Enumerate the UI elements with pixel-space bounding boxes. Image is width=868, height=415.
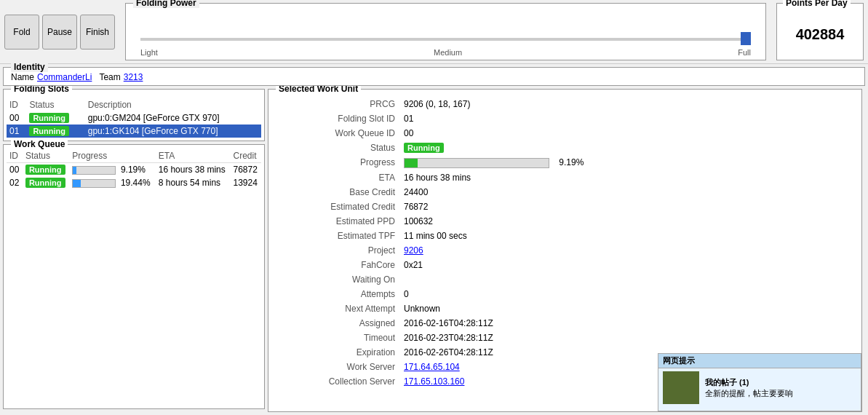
notification-popup: 网页提示 我的帖子 (1) 全新的提醒，帖主要要响: [658, 353, 861, 411]
field-value-next-attempt: Unknown: [399, 301, 861, 316]
work-unit-box: Selected Work Unit PRCG 9206 (0, 18, 167…: [268, 89, 862, 412]
field-value-assigned: 2016-02-16T04:28:11Z: [399, 316, 861, 331]
notification-item-subtitle: 全新的提醒，帖主要要响: [705, 388, 793, 399]
queue-credit: 76872: [230, 163, 261, 177]
notification-text: 我的帖子 (1) 全新的提醒，帖主要要响: [705, 377, 793, 399]
main-area: Folding Slots ID Status Description 00 R…: [0, 86, 868, 415]
table-row[interactable]: 01 Running gpu:1:GK104 [GeForce GTX 770]: [7, 125, 261, 138]
folding-power-box: Folding Power Light Medium Full: [125, 3, 766, 60]
field-value-eta: 16 hours 38 mins: [399, 170, 861, 185]
table-row: Estimated TPF 11 mins 00 secs: [268, 229, 861, 243]
finish-button[interactable]: Finish: [80, 15, 115, 50]
table-row[interactable]: 00 Running gpu:0:GM204 [GeForce GTX 970]: [7, 111, 261, 125]
field-value-project: 9206: [399, 243, 861, 258]
field-label-project: Project: [268, 243, 399, 258]
notification-content: 我的帖子 (1) 全新的提醒，帖主要要响: [658, 368, 861, 407]
left-panel: Folding Slots ID Status Description 00 R…: [3, 89, 265, 412]
queue-id: 00: [7, 163, 23, 177]
table-row: FahCore 0x21: [268, 258, 861, 272]
field-value-folding-slot-id: 01: [399, 111, 861, 126]
slider-thumb[interactable]: [741, 32, 751, 45]
field-label-estimated-ppd: Estimated PPD: [268, 214, 399, 229]
queue-col-id: ID: [7, 149, 23, 163]
points-per-day-box: Points Per Day 402884: [776, 3, 864, 60]
table-row[interactable]: 00 Running 9.19% 16 hours 38 mins 76872: [7, 163, 261, 177]
work-queue-title: Work Queue: [11, 139, 68, 149]
field-label-estimated-tpf: Estimated TPF: [268, 229, 399, 243]
field-label-work-queue-id: Work Queue ID: [268, 126, 399, 141]
status-badge: Running: [404, 143, 444, 153]
table-row: Work Queue ID 00: [268, 126, 861, 141]
progress-bar: [72, 179, 116, 188]
field-value-base-credit: 24400: [399, 185, 861, 199]
queue-status: Running: [23, 163, 69, 177]
field-value-waiting-on: [399, 272, 861, 287]
table-row: Attempts 0: [268, 287, 861, 301]
field-value-estimated-tpf: 11 mins 00 secs: [399, 229, 861, 243]
queue-eta: 16 hours 38 mins: [156, 163, 231, 177]
work-unit-title: Selected Work Unit: [276, 86, 361, 94]
queue-id: 02: [7, 176, 23, 189]
identity-title: Identity: [11, 62, 48, 72]
queue-col-progress: Progress: [69, 149, 155, 163]
identity-team-value[interactable]: 3213: [124, 72, 143, 82]
fold-button[interactable]: Fold: [4, 15, 39, 50]
table-row: Progress 9.19%: [268, 155, 861, 170]
slot-desc: gpu:1:GK104 [GeForce GTX 770]: [85, 125, 261, 138]
field-label-collection-server: Collection Server: [268, 374, 399, 389]
pause-button[interactable]: Pause: [42, 15, 77, 50]
slider-label-medium: Medium: [434, 48, 462, 57]
table-row[interactable]: 02 Running 19.44% 8 hours 54 mins 13924: [7, 176, 261, 189]
project-link[interactable]: 9206: [404, 245, 423, 256]
status-badge: Running: [25, 165, 65, 175]
queue-col-eta: ETA: [156, 149, 231, 163]
field-value-status: Running: [399, 141, 861, 155]
right-panel: Selected Work Unit PRCG 9206 (0, 18, 167…: [268, 89, 865, 412]
field-value-prcg: 9206 (0, 18, 167): [399, 97, 861, 111]
field-label-folding-slot-id: Folding Slot ID: [268, 111, 399, 126]
progress-fill: [73, 167, 76, 174]
folding-slots-title: Folding Slots: [11, 86, 72, 94]
work-server-link[interactable]: 171.64.65.104: [404, 362, 460, 372]
field-label-assigned: Assigned: [268, 316, 399, 331]
field-label-next-attempt: Next Attempt: [268, 301, 399, 316]
progress-fill: [73, 180, 81, 187]
table-row: Status Running: [268, 141, 861, 155]
notification-item-title: 我的帖子 (1): [705, 377, 793, 388]
action-buttons: Fold Pause Finish: [4, 3, 115, 60]
field-label-waiting-on: Waiting On: [268, 272, 399, 287]
field-label-eta: ETA: [268, 170, 399, 185]
slot-id: 00: [7, 111, 26, 125]
collection-server-link[interactable]: 171.65.103.160: [404, 376, 464, 387]
slot-status: Running: [26, 111, 84, 125]
queue-col-status: Status: [23, 149, 69, 163]
field-value-progress: 9.19%: [399, 155, 861, 170]
progress-wu-fill: [405, 159, 418, 167]
work-queue-table: ID Status Progress ETA Credit 00 Running: [7, 149, 261, 189]
field-label-estimated-credit: Estimated Credit: [268, 199, 399, 214]
status-badge: Running: [25, 178, 65, 188]
slot-desc: gpu:0:GM204 [GeForce GTX 970]: [85, 111, 261, 125]
field-label-status: Status: [268, 141, 399, 155]
slider-track[interactable]: [140, 38, 751, 41]
folding-slots-box: Folding Slots ID Status Description 00 R…: [3, 89, 265, 141]
table-row: PRCG 9206 (0, 18, 167): [268, 97, 861, 111]
table-row: Base Credit 24400: [268, 185, 861, 199]
slots-col-desc: Description: [85, 98, 261, 111]
folding-power-slider-area: Light Medium Full: [126, 4, 765, 60]
slot-id: 01: [7, 125, 26, 138]
slider-label-full: Full: [738, 48, 751, 57]
notification-thumbnail: [663, 371, 699, 404]
points-per-day-title: Points Per Day: [783, 0, 851, 8]
identity-name-value[interactable]: CommanderLi: [37, 72, 92, 82]
field-value-estimated-credit: 76872: [399, 199, 861, 214]
queue-progress: 19.44%: [69, 176, 155, 189]
identity-name-label: Name: [11, 72, 34, 82]
field-label-expiration: Expiration: [268, 345, 399, 360]
work-unit-table: PRCG 9206 (0, 18, 167) Folding Slot ID 0…: [268, 97, 861, 389]
queue-col-credit: Credit: [230, 149, 261, 163]
field-value-estimated-ppd: 100632: [399, 214, 861, 229]
progress-wu: [404, 158, 549, 168]
table-row: Project 9206: [268, 243, 861, 258]
slots-col-id: ID: [7, 98, 26, 111]
